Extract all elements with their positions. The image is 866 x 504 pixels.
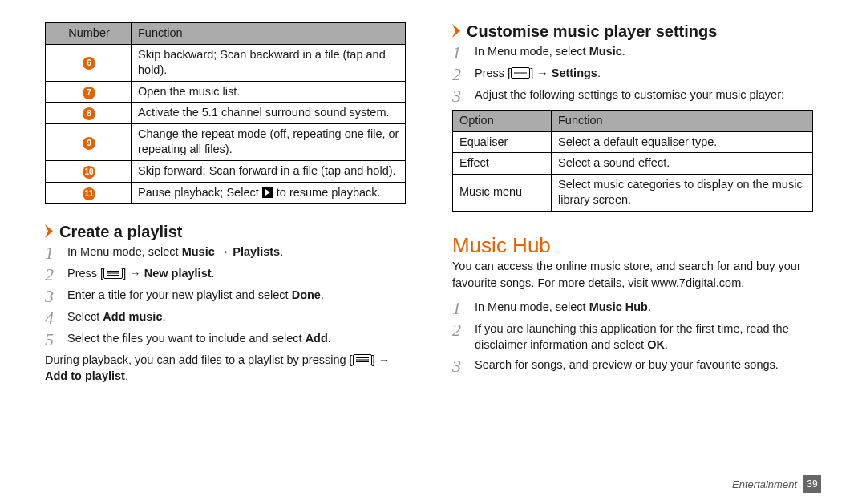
step-text: Search for songs, and preview or buy you… <box>475 357 813 375</box>
step-number: 4 <box>45 308 59 327</box>
row-number: 7 <box>46 81 132 103</box>
play-icon <box>262 187 273 198</box>
table-header-function: Function <box>132 23 406 45</box>
step-text: In Menu mode, select Music. <box>475 43 813 62</box>
number-badge-icon: 8 <box>83 107 95 120</box>
step-text: Press [] → Settings. <box>475 65 813 83</box>
table-row: 9Change the repeat mode (off, repeating … <box>46 123 406 160</box>
number-badge-icon: 7 <box>83 87 95 99</box>
step-number: 3 <box>45 287 59 305</box>
step-text: Select the files you want to include and… <box>67 330 406 349</box>
left-column: Number Function 6Skip backward; Scan bac… <box>45 22 406 393</box>
step-item: 2If you are launching this application f… <box>452 321 813 353</box>
step-number: 5 <box>45 330 59 349</box>
step-text: Press [] → New playlist. <box>67 265 406 284</box>
table-row: 7Open the music list. <box>46 81 406 103</box>
row-function: Skip forward; Scan forward in a file (ta… <box>132 160 406 182</box>
table-row: EffectSelect a sound effect. <box>453 153 813 175</box>
step-text: Adjust the following settings to customi… <box>475 87 813 105</box>
footer-page-number: 39 <box>803 475 821 493</box>
chevron-icon <box>452 23 463 41</box>
number-badge-icon: 10 <box>83 166 95 179</box>
row-function: Select a default equaliser type. <box>552 131 813 153</box>
step-text: Enter a title for your new playlist and … <box>67 287 406 305</box>
step-text: In Menu mode, select Music → Playlists. <box>67 244 406 262</box>
row-number: 11 <box>46 182 132 204</box>
settings-table: Option Function EqualiserSelect a defaul… <box>452 110 813 212</box>
step-item: 4Select Add music. <box>45 308 406 327</box>
row-function: Open the music list. <box>132 81 406 103</box>
step-text: If you are launching this application fo… <box>475 321 813 353</box>
sub-heading-create-playlist: Create a playlist <box>45 223 406 240</box>
row-number: 8 <box>46 103 132 124</box>
menu-key-icon <box>353 354 372 365</box>
playlist-add-note: During playback, you can add files to a … <box>45 352 406 385</box>
table-row: Music menuSelect music categories to dis… <box>453 174 813 211</box>
step-item: 3Adjust the following settings to custom… <box>452 87 813 105</box>
row-option: Equaliser <box>453 131 552 153</box>
right-column: Customise music player settings 1In Menu… <box>452 22 813 393</box>
table-row: EqualiserSelect a default equaliser type… <box>453 131 813 153</box>
step-number: 2 <box>452 321 467 353</box>
menu-key-icon <box>103 268 123 279</box>
table-row: 10Skip forward; Scan forward in a file (… <box>46 160 406 182</box>
row-option: Effect <box>453 153 552 175</box>
table-header-function2: Function <box>552 111 813 132</box>
step-number: 3 <box>452 357 467 375</box>
step-number: 1 <box>452 299 467 317</box>
page-footer: Entertainment 39 <box>732 475 821 493</box>
row-function: Activate the 5.1 channel surround sound … <box>132 103 406 124</box>
function-table: Number Function 6Skip backward; Scan bac… <box>45 22 406 204</box>
row-option: Music menu <box>453 174 552 211</box>
number-badge-icon: 9 <box>83 137 95 150</box>
step-item: 5Select the files you want to include an… <box>45 330 406 349</box>
row-function: Change the repeat mode (off, repeating o… <box>132 123 406 160</box>
chevron-icon <box>45 224 56 241</box>
step-text: In Menu mode, select Music Hub. <box>475 299 813 317</box>
step-text: Select Add music. <box>67 308 406 327</box>
page-content: Number Function 6Skip backward; Scan bac… <box>0 0 866 393</box>
step-item: 1In Menu mode, select Music Hub. <box>452 299 813 317</box>
row-number: 6 <box>46 44 132 81</box>
table-row: 8Activate the 5.1 channel surround sound… <box>46 103 406 124</box>
row-function: Select music categories to display on th… <box>552 174 813 211</box>
row-number: 9 <box>46 123 132 160</box>
number-badge-icon: 11 <box>83 187 95 200</box>
number-badge-icon: 6 <box>83 57 95 70</box>
step-number: 2 <box>452 65 467 83</box>
step-item: 1In Menu mode, select Music. <box>452 43 813 62</box>
row-function: Skip backward; Scan backward in a file (… <box>132 44 406 81</box>
sub-heading-customise-settings: Customise music player settings <box>452 22 813 40</box>
step-item: 3Enter a title for your new playlist and… <box>45 287 406 305</box>
row-function: Pause playback; Select to resume playbac… <box>132 182 406 204</box>
table-row: 6Skip backward; Scan backward in a file … <box>46 44 406 81</box>
step-item: 2Press [] → Settings. <box>452 65 813 83</box>
footer-section: Entertainment <box>732 478 797 490</box>
step-number: 1 <box>452 43 467 62</box>
step-number: 1 <box>45 244 59 262</box>
step-item: 3Search for songs, and preview or buy yo… <box>452 357 813 375</box>
menu-key-icon <box>511 67 530 79</box>
step-item: 2Press [] → New playlist. <box>45 265 406 284</box>
step-number: 2 <box>45 265 59 284</box>
row-number: 10 <box>46 160 132 182</box>
table-header-number: Number <box>46 23 132 45</box>
main-heading-music-hub: Music Hub <box>452 234 813 257</box>
table-row: 11Pause playback; Select to resume playb… <box>46 182 406 204</box>
music-hub-paragraph: You can access the online music store, a… <box>452 258 813 291</box>
table-header-option: Option <box>453 111 552 132</box>
step-number: 3 <box>452 87 467 105</box>
step-item: 1In Menu mode, select Music → Playlists. <box>45 244 406 262</box>
row-function: Select a sound effect. <box>552 153 813 175</box>
